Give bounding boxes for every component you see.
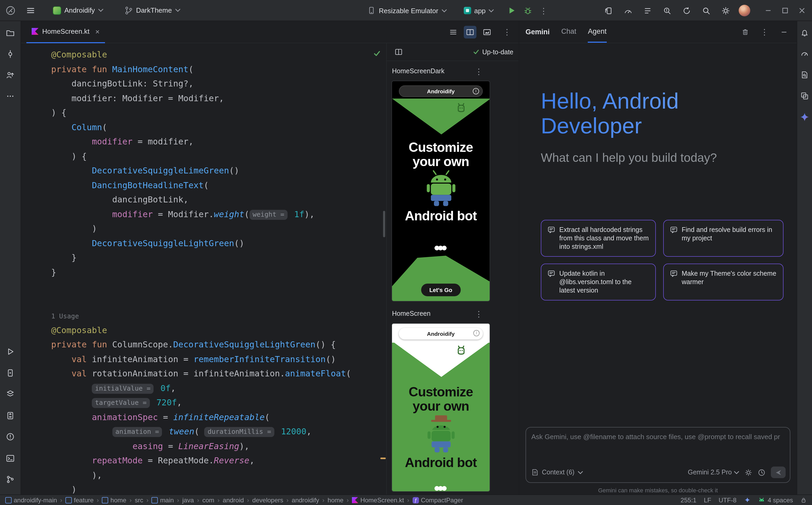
gemini-prompt-input[interactable] (531, 433, 785, 441)
preview-more-icon[interactable]: ⋮ (475, 67, 483, 75)
code-line[interactable]: dancingBotLink: String?, (21, 76, 386, 91)
run-button[interactable] (506, 4, 518, 17)
preview-more-icon-2[interactable]: ⋮ (475, 310, 483, 318)
breadcrumb-item[interactable]: android (223, 496, 244, 504)
resource-manager-icon[interactable] (798, 90, 811, 102)
device-selector[interactable]: Resizable Emulator (363, 4, 451, 17)
code-line[interactable]: ) (21, 221, 386, 236)
indent-style[interactable]: 4 spaces (768, 496, 793, 504)
device-mirroring-icon[interactable] (602, 4, 615, 17)
gemini-tool-icon[interactable] (798, 111, 811, 123)
pull-requests-tool-icon[interactable] (4, 68, 17, 81)
code-line[interactable]: val rotationAnimation = infiniteAnimatio… (21, 366, 386, 381)
code-line[interactable]: easing = LinearEasing), (21, 439, 386, 453)
gemini-settings-gear-icon[interactable] (744, 468, 752, 476)
hide-panel-icon[interactable] (778, 26, 790, 38)
inspections-ok-icon[interactable] (373, 49, 381, 59)
running-devices-tool-icon[interactable] (4, 366, 17, 379)
main-menu-icon[interactable] (24, 4, 37, 17)
code-line[interactable]: targetValue = 720f, (21, 395, 386, 410)
breadcrumb-item[interactable]: androidify (292, 496, 319, 504)
trash-icon[interactable] (739, 26, 751, 38)
vcs-branch-widget[interactable]: DarkTheme (120, 4, 185, 17)
code-line[interactable] (21, 279, 386, 294)
code-line[interactable]: private fun MainHomeContent( (21, 62, 386, 76)
split-view-icon[interactable] (464, 26, 476, 38)
maximize-window-icon[interactable] (777, 4, 793, 17)
project-widget[interactable]: Androidify (48, 4, 108, 17)
code-line[interactable]: 1 Usage (21, 308, 386, 323)
code-line[interactable]: animationSpec = infiniteRepeatable( (21, 410, 386, 425)
code-line[interactable]: ) (21, 482, 386, 494)
code-line[interactable]: val infiniteAnimation = rememberInfinite… (21, 352, 386, 366)
tab-chat[interactable]: Chat (561, 21, 576, 43)
code-line[interactable]: modifier: Modifier = Modifier, (21, 91, 386, 106)
info-icon[interactable]: i (473, 330, 480, 336)
breadcrumb-item[interactable]: HomeScreen.kt (352, 496, 404, 504)
suggestion-card-theme-warmer[interactable]: Make my Theme's color scheme warmer (663, 264, 784, 301)
problems-tool-icon[interactable] (4, 431, 17, 443)
breadcrumb-item[interactable]: com (202, 496, 214, 504)
suggestion-card-build-errors[interactable]: Find and resolve build errors in my proj… (663, 220, 784, 257)
gemini-more-icon[interactable]: ⋮ (758, 26, 771, 38)
minimize-window-icon[interactable] (760, 4, 776, 17)
code-line[interactable]: repeatMode = RepeatMode.Reverse, (21, 453, 386, 468)
run-tool-icon[interactable] (4, 345, 17, 358)
breadcrumb-item[interactable]: main (152, 496, 174, 504)
more-actions-icon[interactable]: ⋮ (537, 4, 550, 17)
code-line[interactable]: @Composable (21, 323, 386, 337)
tab-homescreen-kt[interactable]: HomeScreen.kt × (26, 21, 105, 43)
gradle-tool-icon[interactable] (798, 47, 811, 60)
send-button[interactable] (771, 467, 786, 478)
code-line[interactable]: dancingBotLink, (21, 192, 386, 207)
debug-button[interactable] (521, 4, 534, 17)
breadcrumb-item[interactable]: home (328, 496, 343, 504)
code-line[interactable]: } (21, 250, 386, 265)
editor-scrollbar[interactable] (383, 211, 385, 237)
code-line[interactable]: modifier = modifier, (21, 134, 386, 149)
logcat-icon[interactable] (641, 4, 654, 17)
code-line[interactable] (21, 294, 386, 308)
gemini-input-box[interactable]: Context (6) Gemini 2.5 Pro (526, 427, 790, 483)
suggestion-card-extract-strings[interactable]: Extract all hardcoded strings from this … (541, 220, 656, 257)
terminal-tool-icon[interactable] (4, 452, 17, 464)
notifications-bell-icon[interactable] (798, 26, 811, 39)
more-tool-windows-icon[interactable] (4, 90, 17, 102)
suggestion-card-update-kotlin[interactable]: Update kotlin in @libs.version.toml to t… (541, 264, 656, 301)
settings-gear-icon[interactable] (719, 4, 732, 17)
tab-agent[interactable]: Agent (588, 21, 607, 43)
line-separator[interactable]: LF (704, 496, 711, 504)
preview-homescreen[interactable]: Androidifyi Customizeyour own (391, 323, 490, 492)
code-line[interactable]: DecorativeSquiggleLightGreen() (21, 236, 386, 250)
code-line[interactable]: ), (21, 468, 386, 482)
version-control-tool-icon[interactable] (4, 473, 17, 486)
breadcrumb-item[interactable]: ƒCompactPager (412, 496, 463, 504)
lock-icon[interactable] (800, 497, 807, 503)
design-view-icon[interactable] (481, 26, 493, 38)
project-tool-icon[interactable] (4, 26, 17, 39)
profiler-icon[interactable] (621, 4, 634, 17)
editor-more-icon[interactable]: ⋮ (501, 26, 513, 38)
code-view-icon[interactable] (447, 26, 460, 38)
breadcrumb-item[interactable]: androidify-main (5, 496, 57, 504)
code-line[interactable]: DancingBotHeadlineText( (21, 178, 386, 192)
breadcrumb-item[interactable]: developers (252, 496, 283, 504)
code-line[interactable]: ) { (21, 149, 386, 163)
ai-spark-icon[interactable] (744, 497, 751, 503)
file-encoding[interactable]: UTF-8 (719, 496, 736, 504)
history-clock-icon[interactable] (758, 468, 766, 476)
tab-close-icon[interactable]: × (95, 27, 100, 36)
code-line[interactable]: } (21, 265, 386, 279)
search-icon[interactable] (700, 4, 712, 17)
code-line[interactable]: Column( (21, 120, 386, 134)
sync-project-icon[interactable] (680, 4, 693, 17)
preview-homescreendark[interactable]: Androidifyi Customizeyour own Android bo… (391, 80, 490, 302)
breadcrumb-item[interactable]: src (135, 496, 143, 504)
lets-go-button[interactable]: Let's Go (421, 284, 461, 296)
close-window-icon[interactable] (794, 4, 810, 17)
device-manager-tool-icon[interactable] (4, 409, 17, 422)
code-editor[interactable]: @Composableprivate fun MainHomeContent( … (21, 43, 386, 494)
code-line[interactable]: modifier = Modifier.weight(weight = 1f), (21, 207, 386, 221)
run-configuration-selector[interactable]: app (459, 4, 498, 17)
device-file-explorer-icon[interactable] (798, 68, 811, 81)
